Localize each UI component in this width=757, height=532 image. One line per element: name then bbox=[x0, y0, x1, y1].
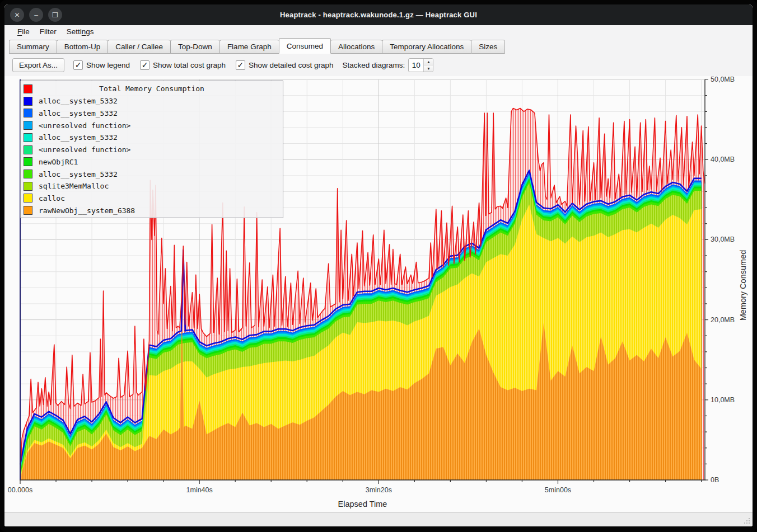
x-axis-title: Elapsed Time bbox=[20, 500, 705, 509]
legend-item: rawNewObj__system_6388 bbox=[21, 204, 283, 216]
chart-legend: Total Memory Consumptionalloc__system_53… bbox=[20, 81, 283, 218]
legend-label: alloc__system_5332 bbox=[39, 97, 118, 105]
legend-swatch-icon bbox=[24, 145, 32, 154]
checkbox-show-detailed-cost-graph[interactable]: ✓Show detailed cost graph bbox=[236, 60, 334, 70]
legend-item: <unresolved function> bbox=[21, 144, 283, 156]
legend-item: calloc bbox=[21, 192, 283, 205]
legend-item: alloc__system_5332 bbox=[21, 107, 283, 119]
tab-top-down[interactable]: Top-Down bbox=[170, 40, 219, 54]
tab-bar: SummaryBottom-UpCaller / CalleeTop-DownF… bbox=[4, 38, 753, 54]
y-tick-label: 10,0MB bbox=[711, 396, 735, 404]
legend-label: sqlite3MemMalloc bbox=[39, 182, 109, 190]
legend-label: rawNewObj__system_6388 bbox=[39, 206, 135, 215]
checkbox-show-legend[interactable]: ✓Show legend bbox=[73, 60, 130, 70]
checkbox-label: Show legend bbox=[86, 61, 130, 69]
legend-label: Total Memory Consumption bbox=[21, 84, 283, 93]
menu-file[interactable]: File bbox=[12, 26, 35, 37]
stacked-diagrams-value[interactable]: 10 bbox=[409, 59, 423, 72]
maximize-button[interactable]: ❐ bbox=[48, 8, 62, 22]
x-tick-label: 3min20s bbox=[366, 486, 392, 494]
minimize-button[interactable]: – bbox=[29, 8, 43, 22]
legend-swatch-icon bbox=[24, 133, 32, 142]
legend-item: alloc__system_5332 bbox=[21, 168, 283, 180]
legend-label: newObjRC1 bbox=[39, 158, 78, 166]
close-icon: ✕ bbox=[14, 12, 20, 18]
legend-swatch-icon bbox=[24, 157, 32, 166]
memory-consumption-chart: 00.000s1min40s3min20s5min00s0B10,0MB20,0… bbox=[4, 76, 753, 512]
legend-swatch-icon bbox=[24, 194, 32, 203]
y-tick-label: 20,0MB bbox=[711, 316, 735, 324]
legend-item: <unresolved function> bbox=[21, 119, 283, 131]
window-frame: ✕–❐ Heaptrack - heaptrack.wakunode.1.gz … bbox=[4, 4, 753, 526]
window-controls: ✕–❐ bbox=[10, 8, 62, 22]
legend-item: newObjRC1 bbox=[21, 156, 283, 168]
tab-summary[interactable]: Summary bbox=[9, 40, 57, 54]
minimize-icon: – bbox=[34, 12, 38, 18]
checkbox-label: Show detailed cost graph bbox=[249, 61, 334, 69]
legend-item: sqlite3MemMalloc bbox=[21, 180, 283, 192]
maximize-icon: ❐ bbox=[52, 12, 58, 18]
tab-allocations[interactable]: Allocations bbox=[331, 40, 382, 54]
toolbar-checkboxes: ✓Show legend✓Show total cost graph✓Show … bbox=[73, 60, 334, 70]
legend-title-row: Total Memory Consumption bbox=[21, 83, 283, 95]
y-tick-label: 40,0MB bbox=[711, 156, 735, 163]
legend-swatch-icon bbox=[24, 182, 32, 191]
legend-swatch-icon bbox=[24, 170, 32, 178]
menu-filter[interactable]: Filter bbox=[35, 26, 62, 37]
y-tick-label: 0B bbox=[711, 476, 719, 484]
x-tick-label: 00.000s bbox=[8, 486, 32, 494]
export-as-button[interactable]: Export As... bbox=[12, 58, 64, 72]
spin-up-icon[interactable]: ▲ bbox=[424, 59, 433, 65]
stacked-diagrams-label: Stacked diagrams: bbox=[343, 61, 405, 69]
y-tick-label: 50,0MB bbox=[711, 76, 735, 83]
legend-item: alloc__system_5332 bbox=[21, 95, 283, 107]
checkmark-icon: ✓ bbox=[236, 60, 245, 70]
legend-item: alloc__system_5332 bbox=[21, 131, 283, 144]
tab-caller-callee[interactable]: Caller / Callee bbox=[108, 40, 170, 54]
toolbar: Export As... ✓Show legend✓Show total cos… bbox=[4, 54, 753, 76]
resize-grip-icon[interactable] bbox=[744, 517, 750, 524]
legend-label: <unresolved function> bbox=[39, 121, 130, 130]
legend-label: alloc__system_5332 bbox=[39, 109, 118, 117]
checkmark-icon: ✓ bbox=[140, 60, 149, 70]
tab-flame-graph[interactable]: Flame Graph bbox=[219, 40, 279, 54]
status-bar bbox=[4, 512, 753, 526]
x-tick-label: 1min40s bbox=[186, 486, 213, 494]
checkmark-icon: ✓ bbox=[73, 60, 83, 70]
legend-swatch-icon bbox=[24, 109, 32, 117]
tab-temporary-allocations[interactable]: Temporary Allocations bbox=[382, 40, 471, 54]
legend-swatch-icon bbox=[24, 206, 32, 215]
application-window: ✕–❐ Heaptrack - heaptrack.wakunode.1.gz … bbox=[0, 0, 757, 532]
y-tick-label: 30,0MB bbox=[711, 236, 735, 243]
spinner-buttons: ▲ ▼ bbox=[423, 59, 433, 72]
legend-label: <unresolved function> bbox=[39, 145, 130, 154]
y-axis-title: Memory Consumed bbox=[737, 277, 749, 294]
legend-swatch-icon bbox=[24, 97, 32, 106]
x-tick-label: 5min00s bbox=[545, 486, 571, 494]
checkbox-show-total-cost-graph[interactable]: ✓Show total cost graph bbox=[140, 60, 226, 70]
tab-sizes[interactable]: Sizes bbox=[471, 40, 505, 54]
checkbox-label: Show total cost graph bbox=[153, 61, 226, 69]
title-bar[interactable]: ✕–❐ Heaptrack - heaptrack.wakunode.1.gz … bbox=[4, 4, 753, 25]
close-button[interactable]: ✕ bbox=[10, 8, 24, 22]
legend-swatch-icon bbox=[24, 121, 32, 130]
window-title: Heaptrack - heaptrack.wakunode.1.gz — He… bbox=[280, 11, 477, 19]
legend-label: calloc bbox=[39, 194, 65, 203]
menu-settings[interactable]: Settings bbox=[62, 26, 99, 37]
legend-label: alloc__system_5332 bbox=[39, 133, 118, 142]
menu-bar: FileFilterSettings bbox=[4, 25, 753, 38]
tab-bottom-up[interactable]: Bottom-Up bbox=[57, 40, 108, 54]
legend-label: alloc__system_5332 bbox=[39, 170, 118, 178]
stacked-diagrams-spinner[interactable]: 10 ▲ ▼ bbox=[408, 58, 433, 72]
spin-down-icon[interactable]: ▼ bbox=[424, 65, 433, 72]
tab-consumed[interactable]: Consumed bbox=[279, 38, 331, 54]
